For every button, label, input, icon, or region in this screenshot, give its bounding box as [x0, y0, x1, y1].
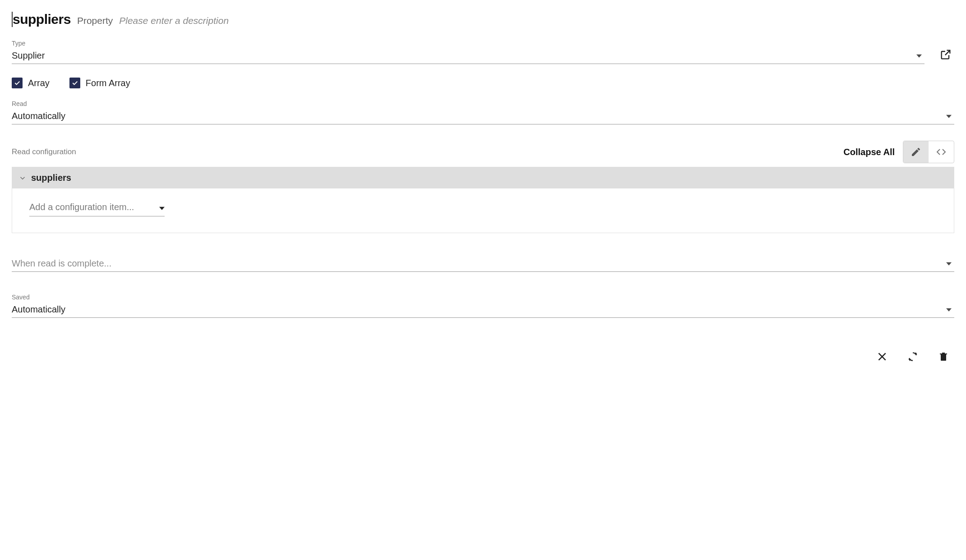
- saved-value: Automatically: [12, 304, 65, 314]
- caret-down-icon: [159, 207, 165, 210]
- open-in-new-icon: [939, 48, 952, 61]
- caret-down-icon: [946, 308, 952, 311]
- formarray-checkbox[interactable]: Form Array: [69, 78, 130, 88]
- read-config-header: Read configuration Collapse All: [12, 141, 954, 163]
- saved-field: Saved Automatically: [12, 294, 954, 318]
- property-name[interactable]: suppliers: [12, 12, 71, 27]
- when-complete-field: When read is complete...: [12, 257, 954, 272]
- trash-icon: [938, 351, 949, 362]
- description-placeholder[interactable]: Please enter a description: [119, 15, 229, 26]
- page-header: suppliers Property Please enter a descri…: [12, 12, 954, 27]
- add-config-item-select[interactable]: Add a configuration item...: [29, 201, 165, 216]
- config-node-header[interactable]: suppliers: [12, 167, 954, 188]
- type-row: Type Supplier: [12, 40, 954, 64]
- read-config-panel: suppliers Add a configuration item...: [12, 167, 954, 233]
- code-icon: [936, 147, 947, 157]
- edit-mode-button[interactable]: [903, 141, 929, 163]
- config-node-body: Add a configuration item...: [12, 188, 954, 233]
- array-checkbox-label: Array: [28, 78, 50, 88]
- code-mode-button[interactable]: [929, 141, 954, 163]
- close-icon: [876, 351, 888, 363]
- read-config-label: Read configuration: [12, 147, 76, 156]
- checkbox-checked-icon: [69, 78, 80, 88]
- caret-down-icon: [946, 262, 952, 265]
- read-field: Read Automatically: [12, 100, 954, 124]
- type-label: Type: [12, 40, 925, 47]
- type-field: Type Supplier: [12, 40, 925, 64]
- read-value: Automatically: [12, 111, 65, 121]
- checkbox-checked-icon: [12, 78, 23, 88]
- caret-down-icon: [916, 54, 922, 57]
- collapse-all-button[interactable]: Collapse All: [843, 147, 895, 157]
- array-checkbox[interactable]: Array: [12, 78, 50, 88]
- refresh-button[interactable]: [906, 349, 920, 364]
- when-complete-placeholder: When read is complete...: [12, 258, 111, 268]
- add-config-item-placeholder: Add a configuration item...: [29, 202, 134, 212]
- read-label: Read: [12, 100, 954, 107]
- chevron-down-icon: [18, 174, 27, 182]
- delete-button[interactable]: [936, 349, 951, 364]
- saved-label: Saved: [12, 294, 954, 301]
- view-mode-toggle: [903, 141, 954, 163]
- type-select[interactable]: Supplier: [12, 49, 925, 64]
- checkbox-row: Array Form Array: [12, 78, 954, 88]
- open-type-button[interactable]: [937, 46, 954, 63]
- caret-down-icon: [946, 115, 952, 118]
- formarray-checkbox-label: Form Array: [86, 78, 130, 88]
- property-kind: Property: [77, 15, 113, 26]
- when-complete-select[interactable]: When read is complete...: [12, 257, 954, 272]
- close-button[interactable]: [875, 349, 889, 364]
- read-select[interactable]: Automatically: [12, 109, 954, 124]
- saved-select[interactable]: Automatically: [12, 303, 954, 318]
- refresh-icon: [907, 351, 919, 363]
- action-bar: [12, 349, 954, 364]
- type-value: Supplier: [12, 50, 45, 60]
- config-node-title: suppliers: [31, 173, 71, 183]
- pencil-icon: [911, 147, 921, 157]
